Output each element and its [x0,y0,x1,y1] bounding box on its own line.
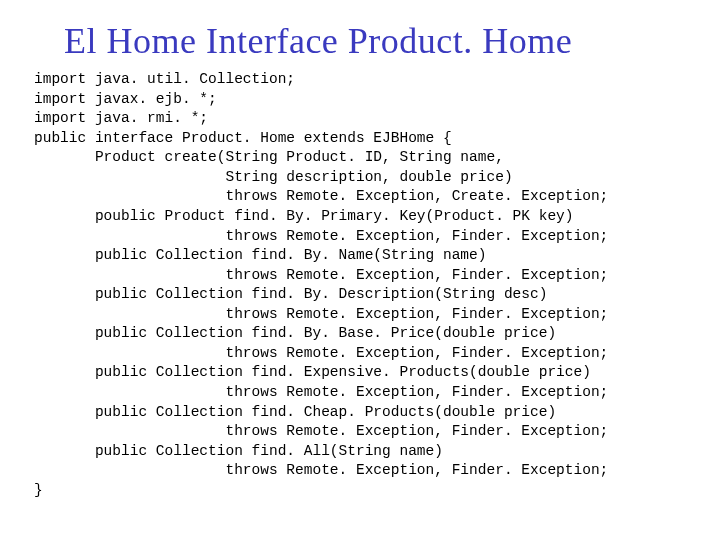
code-block: import java. util. Collection; import ja… [0,62,720,500]
slide: El Home Interface Product. Home import j… [0,0,720,540]
slide-title: El Home Interface Product. Home [0,0,720,62]
